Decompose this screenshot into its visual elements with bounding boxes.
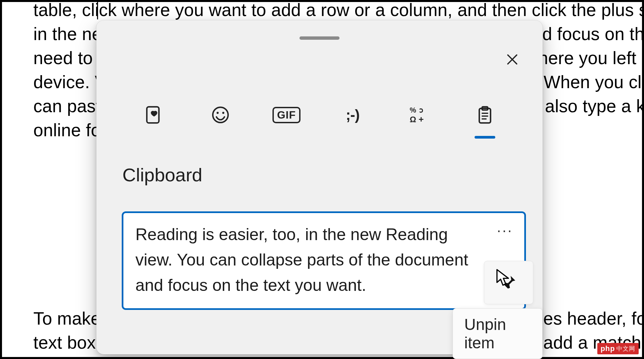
section-title: Clipboard [122,164,202,186]
close-button[interactable] [499,46,525,72]
emoji-clipboard-panel: GIF ;-) % ᴐ Ω + [96,20,543,354]
doc-line-7-right: es header, foot [543,307,644,331]
heart-card-icon [144,105,164,125]
clipboard-icon [475,105,495,125]
doc-line-4-left: device. V [33,70,107,94]
doc-line-5-left: can past [33,94,101,118]
doc-line-1: table, click where you want to add a row… [33,0,644,22]
svg-point-3 [222,112,224,114]
svg-text:Ω: Ω [410,115,416,124]
doc-line-2-right: d focus on the [542,22,644,46]
doc-line-3-right: here you left o [538,46,644,70]
doc-line-7-left: To make [33,307,101,331]
text-caret [97,0,98,19]
watermark-brand: php [601,344,615,353]
svg-text:+: + [419,114,424,124]
watermark: php 中文网 [597,343,639,354]
svg-point-2 [216,112,218,114]
doc-line-5-right: also type a ke [545,94,644,118]
tab-emoji[interactable] [195,100,245,130]
clipboard-item-more-button[interactable]: ··· [495,220,515,240]
gif-icon: GIF [272,107,300,123]
tab-clipboard[interactable] [460,100,510,130]
drag-handle[interactable] [299,36,340,40]
clipboard-item-text: Reading is easier, too, in the new Readi… [135,222,484,298]
symbols-icon: % ᴐ Ω + [409,105,428,125]
doc-line-3-left: need to [33,46,98,70]
doc-line-8-left: text box [33,331,96,355]
tab-recent[interactable] [129,100,179,130]
clipboard-item[interactable]: Reading is easier, too, in the new Readi… [122,211,526,310]
tab-symbols[interactable]: % ᴐ Ω + [394,100,444,130]
unpin-button[interactable] [484,261,533,304]
close-icon [506,53,519,66]
svg-text:ᴐ: ᴐ [420,106,424,114]
tab-kaomoji[interactable]: ;-) [328,100,378,130]
more-icon: ··· [497,222,513,239]
doc-line-4-right: When you clic [544,70,644,94]
watermark-suffix: 中文网 [616,345,635,353]
unpin-tooltip: Unpin item [453,308,543,359]
doc-line-6-left: online fo [33,118,101,142]
panel-tabbar: GIF ;-) % ᴐ Ω + [113,95,526,135]
tab-gif[interactable]: GIF [261,100,311,130]
pin-icon [501,275,517,291]
kaomoji-icon: ;-) [346,107,360,123]
svg-text:%: % [410,106,416,114]
doc-line-2-left: in the ne [33,22,102,46]
smile-icon [211,105,230,125]
